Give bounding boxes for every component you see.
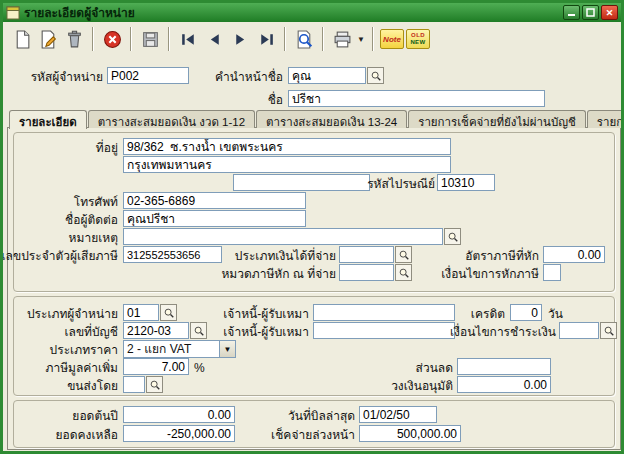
titlebar: รายละเอียดผู้จำหน่าย ✕: [3, 3, 621, 22]
creditor1-label: เจ้าหนี้-ผู้รับเหมา: [223, 307, 309, 321]
tab-unposted-cheques[interactable]: รายการเช็คจ่ายที่ยังไม่ผ่านบัญชี: [408, 110, 586, 128]
toolbar: ▼ Note OLDNEW: [3, 22, 621, 56]
delete-button[interactable]: [61, 26, 87, 52]
tax-id-label: เลขประจำตัวผู้เสียภาษี: [1, 249, 118, 263]
toolbar-separator: [168, 27, 170, 51]
shipping-input[interactable]: [123, 376, 145, 393]
maximize-button[interactable]: [582, 5, 599, 20]
title-prefix-lookup-button[interactable]: [367, 67, 384, 84]
wht-category-label: หมวดภาษีหัก ณ ที่จ่าย: [221, 267, 336, 281]
toolbar-separator: [322, 27, 324, 51]
balance-input[interactable]: [123, 425, 235, 442]
creditor2-input[interactable]: [313, 322, 455, 339]
postal-code-input[interactable]: [437, 174, 495, 191]
discount-label: ส่วนลด: [416, 361, 453, 375]
note-button[interactable]: Note: [379, 26, 405, 52]
price-type-combobox[interactable]: 2 - แยก VAT ▼: [123, 340, 236, 358]
cancel-button[interactable]: [99, 26, 125, 52]
tax-condition-label: เงื่อนไขการหักภาษี: [441, 267, 539, 281]
account-number-input[interactable]: [123, 322, 189, 339]
phone-input[interactable]: [123, 192, 306, 209]
wht-rate-input[interactable]: [543, 246, 605, 263]
print-button[interactable]: [329, 26, 355, 52]
vendor-type-input[interactable]: [123, 304, 159, 321]
old-new-icon: OLDNEW: [406, 29, 430, 49]
address-line1-input[interactable]: [123, 138, 451, 155]
title-prefix-input[interactable]: [288, 67, 366, 84]
credit-limit-label: วงเงินอนุมัติ: [391, 379, 453, 393]
vendor-code-label: รหัสผู้จำหน่าย: [31, 70, 103, 84]
name-input[interactable]: [288, 90, 545, 107]
vendor-type-lookup-button[interactable]: [160, 304, 177, 321]
last-bill-date-label: วันที่บิลล่าสุด: [288, 409, 355, 423]
old-new-toggle-button[interactable]: OLDNEW: [405, 26, 431, 52]
shipping-lookup-button[interactable]: [146, 376, 163, 393]
income-type-lookup-button[interactable]: [395, 246, 412, 263]
name-label: ชื่อ: [268, 93, 283, 107]
payment-terms-input[interactable]: [559, 322, 599, 339]
tax-id-input[interactable]: [123, 246, 222, 263]
account-number-label: เลขที่บัญชี: [64, 325, 118, 339]
details-tab-panel: ที่อยู่ รหัสไปรษณีย์ โทรศัพท์ ชื่อผู้ติด…: [7, 127, 621, 450]
credit-days-unit-label: วัน: [548, 307, 563, 321]
title-prefix-label: คำนำหน้าชื่อ: [215, 70, 283, 84]
account-number-lookup-button[interactable]: [190, 322, 207, 339]
window-title: รายละเอียดผู้จำหน่าย: [24, 3, 559, 22]
note-label: หมายเหตุ: [69, 231, 118, 245]
toolbar-separator: [92, 27, 94, 51]
note-lookup-button[interactable]: [444, 228, 461, 245]
begin-balance-input[interactable]: [123, 406, 235, 423]
income-type-input[interactable]: [339, 246, 394, 263]
vat-label: ภาษีมูลค่าเพิ่ม: [45, 361, 118, 375]
vat-percent-label: %: [194, 361, 205, 375]
toolbar-separator: [130, 27, 132, 51]
previous-record-button[interactable]: [201, 26, 227, 52]
last-bill-date-input[interactable]: [359, 406, 437, 423]
price-type-value: 2 - แยก VAT: [124, 341, 219, 357]
save-button[interactable]: [137, 26, 163, 52]
tab-accumulated-1-12[interactable]: ตารางสะสมยอดเงิน งวด 1-12: [88, 110, 255, 128]
tab-outstanding-bills[interactable]: รายการบิลค้างชำระ: [587, 110, 624, 128]
creditor2-label: เจ้าหนี้-ผู้รับเหมา: [223, 325, 309, 339]
payment-terms-label: เงื่อนไขการชำระเงิน: [450, 325, 556, 339]
tax-condition-input[interactable]: [543, 264, 561, 281]
note-input[interactable]: [123, 228, 443, 245]
credit-days-input[interactable]: [510, 304, 542, 321]
print-dropdown-arrow[interactable]: ▼: [355, 26, 367, 52]
edit-button[interactable]: [35, 26, 61, 52]
shipping-label: ขนส่งโดย: [67, 379, 118, 393]
credit-label: เครดิต: [471, 307, 505, 321]
vendor-code-input[interactable]: [107, 67, 189, 84]
income-type-label: ประเภทเงินได้ที่จ่าย: [235, 249, 336, 263]
window-controls: ✕: [563, 5, 618, 20]
vat-rate-input[interactable]: [123, 358, 189, 375]
address-line3-input[interactable]: [233, 174, 370, 191]
first-record-button[interactable]: [175, 26, 201, 52]
tab-details[interactable]: รายละเอียด: [9, 110, 87, 129]
balance-label: ยอดคงเหลือ: [56, 428, 119, 442]
contact-name-input[interactable]: [123, 210, 306, 227]
creditor1-input[interactable]: [313, 304, 455, 321]
toolbar-separator: [372, 27, 374, 51]
new-document-button[interactable]: [9, 26, 35, 52]
toolbar-separator: [284, 27, 286, 51]
wht-category-lookup-button[interactable]: [395, 264, 412, 281]
wht-category-input[interactable]: [339, 264, 394, 281]
minimize-button[interactable]: [563, 5, 580, 20]
close-button[interactable]: ✕: [601, 5, 618, 20]
discount-input[interactable]: [457, 358, 551, 375]
chevron-down-icon[interactable]: ▼: [219, 341, 235, 357]
note-icon: Note: [380, 29, 404, 49]
next-record-button[interactable]: [227, 26, 253, 52]
credit-limit-input[interactable]: [457, 376, 551, 393]
advance-cheque-input[interactable]: [359, 425, 461, 442]
payment-terms-lookup-button[interactable]: [600, 322, 617, 339]
tab-accumulated-13-24[interactable]: ตารางสะสมยอดเงิน 13-24: [256, 110, 407, 128]
tab-strip: รายละเอียด ตารางสะสมยอดเงิน งวด 1-12 ตาร…: [9, 109, 624, 128]
address-line2-input[interactable]: [123, 156, 451, 173]
contact-name-label: ชื่อผู้ติดต่อ: [65, 213, 118, 227]
find-button[interactable]: [291, 26, 317, 52]
vendor-details-window: รายละเอียดผู้จำหน่าย ✕: [0, 0, 624, 454]
last-record-button[interactable]: [253, 26, 279, 52]
price-type-label: ประเภทราคา: [50, 343, 118, 357]
